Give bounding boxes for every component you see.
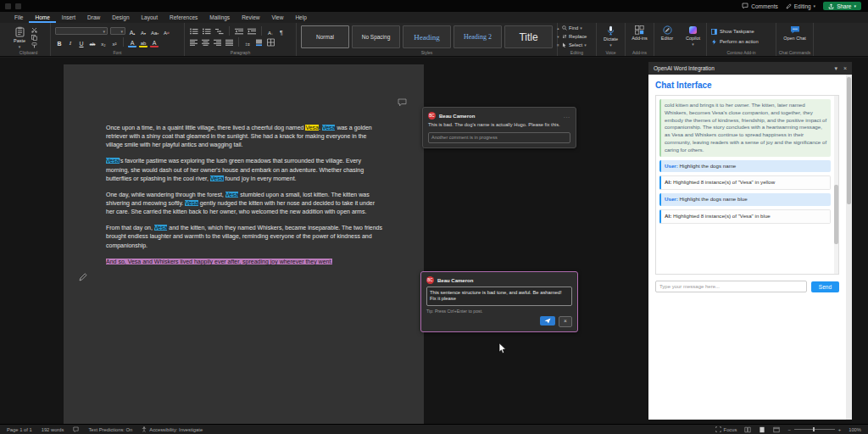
style-normal[interactable]: Normal <box>301 25 349 48</box>
style-heading[interactable]: Heading <box>403 25 451 48</box>
find-button[interactable]: Find ▾ <box>562 25 592 31</box>
menu-tab-file[interactable]: File <box>8 12 29 23</box>
select-button[interactable]: Select ▾ <box>562 42 592 47</box>
shrink-font-button[interactable]: A▾ <box>139 27 147 36</box>
autosave-icon[interactable] <box>15 3 21 9</box>
cut-icon[interactable] <box>31 27 37 33</box>
menu-tab-home[interactable]: Home <box>29 12 55 23</box>
borders-button[interactable] <box>266 38 275 47</box>
comment-card-1[interactable]: BC Beau Cameron ... This is bad. The dog… <box>422 107 576 148</box>
menu-tab-references[interactable]: References <box>164 12 203 23</box>
shading-button[interactable] <box>254 38 264 47</box>
menu-tab-draw[interactable]: Draw <box>81 12 106 23</box>
chat-message-input[interactable] <box>655 281 807 292</box>
paragraph[interactable]: Vesa's favorite pastime was exploring th… <box>106 157 385 182</box>
menu-tab-insert[interactable]: Insert <box>56 12 81 23</box>
zoom-slider-thumb[interactable] <box>813 427 815 431</box>
proofing-icon[interactable] <box>73 426 79 432</box>
paste-button[interactable]: Paste ▾ <box>11 25 28 50</box>
taskpane-scrollbar-thumb[interactable] <box>847 77 851 204</box>
paragraph[interactable]: From that day on, Vesa and the kitten, w… <box>106 224 385 249</box>
copy-icon[interactable] <box>31 35 37 41</box>
addins-button[interactable]: Add-ins <box>630 25 649 41</box>
font-color-button[interactable]: A <box>150 37 159 47</box>
print-layout-icon[interactable] <box>759 426 765 433</box>
replace-button[interactable]: Replace <box>562 34 592 39</box>
cancel-comment-button[interactable]: × <box>559 316 572 327</box>
font-size-combo[interactable]: ▾ <box>110 27 125 35</box>
comments-button[interactable]: Comments <box>742 3 777 9</box>
highlight-color-button[interactable]: ab <box>139 37 147 47</box>
format-painter-icon[interactable] <box>31 42 37 48</box>
subscript-button[interactable]: x₂ <box>99 38 108 47</box>
numbering-button[interactable] <box>202 27 212 36</box>
web-layout-icon[interactable] <box>773 426 780 433</box>
comment-reply-box[interactable]: Another comment is in progress <box>428 132 570 143</box>
copilot-button[interactable]: Copilot ▾ <box>684 25 702 47</box>
menu-tab-help[interactable]: Help <box>289 12 312 23</box>
menu-tab-mailings[interactable]: Mailings <box>203 12 236 23</box>
zoom-level[interactable]: 100% <box>849 427 861 432</box>
zoom-slider[interactable] <box>794 429 835 430</box>
chat-scrollbar-thumb[interactable] <box>834 185 838 244</box>
chat-scrollbar[interactable] <box>834 96 838 274</box>
bold-button[interactable]: B <box>55 38 64 47</box>
change-case-button[interactable]: Aa▾ <box>150 27 159 36</box>
style-title[interactable]: Title <box>504 25 553 48</box>
multilevel-list-button[interactable] <box>214 27 225 36</box>
line-spacing-button[interactable]: ↕≡ <box>243 38 252 47</box>
paragraph[interactable]: And so, Vesa and Whiskers lived happily … <box>106 258 385 266</box>
style-heading-2[interactable]: Heading 2 <box>453 25 502 48</box>
document-page[interactable]: Once upon a time, in a quaint little vil… <box>64 64 424 425</box>
superscript-button[interactable]: x² <box>110 38 119 47</box>
paragraph[interactable]: Once upon a time, in a quaint little vil… <box>106 124 385 149</box>
italic-button[interactable]: I <box>66 38 75 47</box>
page-indicator[interactable]: Page 1 of 1 <box>7 427 32 432</box>
strikethrough-button[interactable]: ab <box>88 38 97 47</box>
open-chat-button[interactable]: Open Chat <box>781 25 809 41</box>
zoom-control[interactable]: − + <box>787 427 841 432</box>
menu-tab-view[interactable]: View <box>265 12 289 23</box>
editor-button[interactable]: Editor <box>659 25 676 41</box>
align-left-button[interactable] <box>189 38 198 47</box>
increase-indent-button[interactable] <box>247 27 257 36</box>
paragraph[interactable]: One day, while wandering through the for… <box>106 191 385 216</box>
post-comment-button[interactable] <box>540 316 555 326</box>
dictate-button[interactable]: Dictate ▾ <box>601 25 620 47</box>
comment-edit-box[interactable]: This sentence structure is bad tone, and… <box>426 287 572 306</box>
document-text[interactable]: Once upon a time, in a quaint little vil… <box>106 124 385 274</box>
comment-card-2[interactable]: BC Beau Cameron This sentence structure … <box>420 271 578 332</box>
comment-more-icon[interactable]: ... <box>564 114 570 119</box>
style-no-spacing[interactable]: No Spacing <box>352 25 400 48</box>
taskpane-scrollbar[interactable] <box>846 75 852 420</box>
chat-history[interactable]: cold kitten and brings it to her owner. … <box>655 95 839 275</box>
perform-action-button[interactable]: Perform an action <box>711 39 771 45</box>
align-right-button[interactable] <box>213 38 222 47</box>
word-count[interactable]: 192 words <box>42 427 64 432</box>
justify-button[interactable] <box>225 38 234 47</box>
accessibility-status[interactable]: Accessibility: Investigate <box>142 426 203 432</box>
show-taskpane-button[interactable]: Show Taskpane <box>711 29 771 35</box>
send-button[interactable]: Send <box>811 281 839 292</box>
focus-mode-button[interactable]: Focus <box>715 426 737 432</box>
zoom-in-icon[interactable]: + <box>838 427 841 432</box>
text-predictions-status[interactable]: Text Predictions: On <box>88 427 132 432</box>
grow-font-button[interactable]: A▴ <box>128 27 136 36</box>
read-mode-icon[interactable] <box>744 426 751 433</box>
zoom-out-icon[interactable]: − <box>787 427 790 432</box>
show-marks-button[interactable]: ¶ <box>277 27 286 36</box>
menu-tab-review[interactable]: Review <box>236 12 265 23</box>
decrease-indent-button[interactable] <box>234 27 244 36</box>
editing-mode-button[interactable]: Editing ▾ <box>786 3 815 9</box>
menu-tab-design[interactable]: Design <box>106 12 135 23</box>
underline-button[interactable]: U <box>77 38 86 47</box>
font-name-combo[interactable]: ▾ <box>55 27 108 35</box>
bullets-button[interactable] <box>189 27 199 36</box>
taskpane-collapse-icon[interactable]: ▾ <box>834 65 837 71</box>
share-button[interactable]: Share ▾ <box>823 2 861 10</box>
text-effects-button[interactable]: A <box>128 37 136 47</box>
menu-tab-layout[interactable]: Layout <box>136 12 164 23</box>
clear-formatting-button[interactable]: A⌀ <box>162 27 170 36</box>
track-change-pen-icon[interactable] <box>79 273 87 281</box>
taskpane-close-icon[interactable]: × <box>843 65 847 71</box>
